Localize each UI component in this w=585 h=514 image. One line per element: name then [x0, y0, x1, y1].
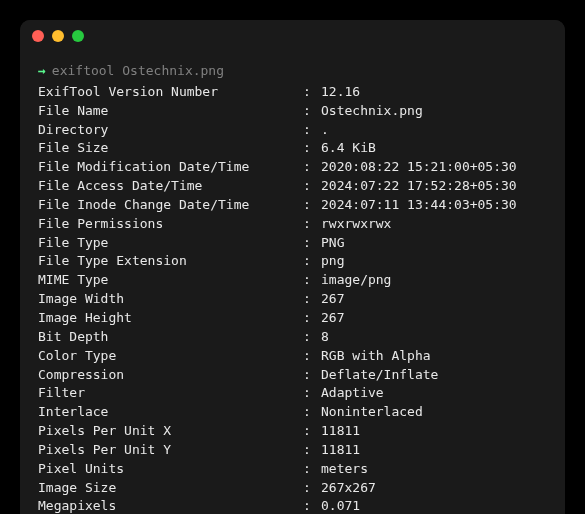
metadata-value: rwxrwxrwx [321, 215, 547, 234]
metadata-label: Image Width [38, 290, 303, 309]
metadata-label: ExifTool Version Number [38, 83, 303, 102]
output-row: File Inode Change Date/Time: 2024:07:11 … [38, 196, 547, 215]
titlebar [20, 20, 565, 52]
command-text: exiftool Ostechnix.png [52, 62, 224, 81]
metadata-label: File Name [38, 102, 303, 121]
metadata-value: 267x267 [321, 479, 547, 498]
colon-separator: : [303, 177, 321, 196]
output-row: Color Type: RGB with Alpha [38, 347, 547, 366]
output-row: File Modification Date/Time: 2020:08:22 … [38, 158, 547, 177]
metadata-label: Pixels Per Unit Y [38, 441, 303, 460]
prompt-line: → exiftool Ostechnix.png [38, 62, 547, 81]
output-row: Pixel Units: meters [38, 460, 547, 479]
metadata-value: meters [321, 460, 547, 479]
colon-separator: : [303, 271, 321, 290]
colon-separator: : [303, 309, 321, 328]
metadata-value: 12.16 [321, 83, 547, 102]
colon-separator: : [303, 158, 321, 177]
output-row: Pixels Per Unit X: 11811 [38, 422, 547, 441]
colon-separator: : [303, 422, 321, 441]
output-row: Image Width: 267 [38, 290, 547, 309]
metadata-label: Filter [38, 384, 303, 403]
output-row: File Name: Ostechnix.png [38, 102, 547, 121]
colon-separator: : [303, 83, 321, 102]
metadata-label: Pixel Units [38, 460, 303, 479]
metadata-label: File Type Extension [38, 252, 303, 271]
metadata-label: File Access Date/Time [38, 177, 303, 196]
metadata-value: 2024:07:22 17:52:28+05:30 [321, 177, 547, 196]
close-icon[interactable] [32, 30, 44, 42]
maximize-icon[interactable] [72, 30, 84, 42]
prompt-arrow-icon: → [38, 62, 46, 81]
metadata-label: Image Size [38, 479, 303, 498]
output-row: Bit Depth: 8 [38, 328, 547, 347]
metadata-label: MIME Type [38, 271, 303, 290]
output-row: Directory: . [38, 121, 547, 140]
output-row: File Permissions: rwxrwxrwx [38, 215, 547, 234]
output-row: Interlace: Noninterlaced [38, 403, 547, 422]
metadata-value: . [321, 121, 547, 140]
colon-separator: : [303, 347, 321, 366]
output-row: Pixels Per Unit Y: 11811 [38, 441, 547, 460]
output-row: File Type Extension: png [38, 252, 547, 271]
output-row: File Access Date/Time: 2024:07:22 17:52:… [38, 177, 547, 196]
colon-separator: : [303, 196, 321, 215]
colon-separator: : [303, 102, 321, 121]
output-row: ExifTool Version Number: 12.16 [38, 83, 547, 102]
metadata-value: Deflate/Inflate [321, 366, 547, 385]
metadata-value: 267 [321, 309, 547, 328]
metadata-value: 8 [321, 328, 547, 347]
colon-separator: : [303, 497, 321, 514]
colon-separator: : [303, 441, 321, 460]
metadata-label: Color Type [38, 347, 303, 366]
colon-separator: : [303, 234, 321, 253]
output-row: Megapixels: 0.071 [38, 497, 547, 514]
colon-separator: : [303, 290, 321, 309]
output-row: Image Height: 267 [38, 309, 547, 328]
colon-separator: : [303, 384, 321, 403]
terminal-window: → exiftool Ostechnix.png ExifTool Versio… [20, 20, 565, 514]
metadata-value: image/png [321, 271, 547, 290]
output-row: Image Size: 267x267 [38, 479, 547, 498]
terminal-body[interactable]: → exiftool Ostechnix.png ExifTool Versio… [20, 52, 565, 514]
metadata-label: Pixels Per Unit X [38, 422, 303, 441]
metadata-label: File Permissions [38, 215, 303, 234]
colon-separator: : [303, 366, 321, 385]
metadata-label: Image Height [38, 309, 303, 328]
metadata-value: Adaptive [321, 384, 547, 403]
metadata-value: 0.071 [321, 497, 547, 514]
output-row: MIME Type: image/png [38, 271, 547, 290]
colon-separator: : [303, 403, 321, 422]
metadata-label: Bit Depth [38, 328, 303, 347]
output-row: Compression: Deflate/Inflate [38, 366, 547, 385]
metadata-label: Compression [38, 366, 303, 385]
metadata-label: Megapixels [38, 497, 303, 514]
metadata-value: 2020:08:22 15:21:00+05:30 [321, 158, 547, 177]
metadata-value: Noninterlaced [321, 403, 547, 422]
colon-separator: : [303, 460, 321, 479]
metadata-label: Directory [38, 121, 303, 140]
output-row: File Size: 6.4 KiB [38, 139, 547, 158]
metadata-value: 6.4 KiB [321, 139, 547, 158]
metadata-value: RGB with Alpha [321, 347, 547, 366]
minimize-icon[interactable] [52, 30, 64, 42]
metadata-value: 267 [321, 290, 547, 309]
colon-separator: : [303, 252, 321, 271]
metadata-value: 2024:07:11 13:44:03+05:30 [321, 196, 547, 215]
colon-separator: : [303, 139, 321, 158]
metadata-value: 11811 [321, 422, 547, 441]
metadata-label: File Inode Change Date/Time [38, 196, 303, 215]
metadata-value: png [321, 252, 547, 271]
colon-separator: : [303, 328, 321, 347]
colon-separator: : [303, 479, 321, 498]
metadata-label: File Modification Date/Time [38, 158, 303, 177]
metadata-value: PNG [321, 234, 547, 253]
metadata-label: File Type [38, 234, 303, 253]
metadata-label: File Size [38, 139, 303, 158]
metadata-value: Ostechnix.png [321, 102, 547, 121]
colon-separator: : [303, 121, 321, 140]
output-row: Filter: Adaptive [38, 384, 547, 403]
metadata-label: Interlace [38, 403, 303, 422]
output-container: ExifTool Version Number: 12.16File Name:… [38, 83, 547, 514]
metadata-value: 11811 [321, 441, 547, 460]
